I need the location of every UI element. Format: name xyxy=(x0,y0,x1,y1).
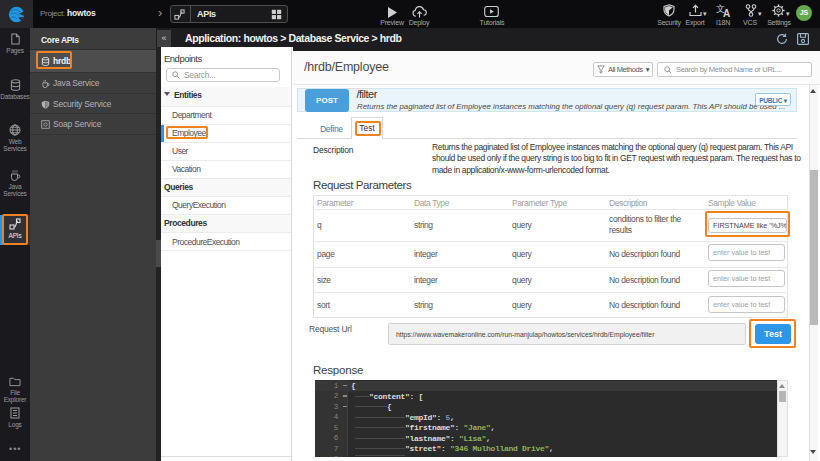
svg-text:A: A xyxy=(723,8,730,18)
